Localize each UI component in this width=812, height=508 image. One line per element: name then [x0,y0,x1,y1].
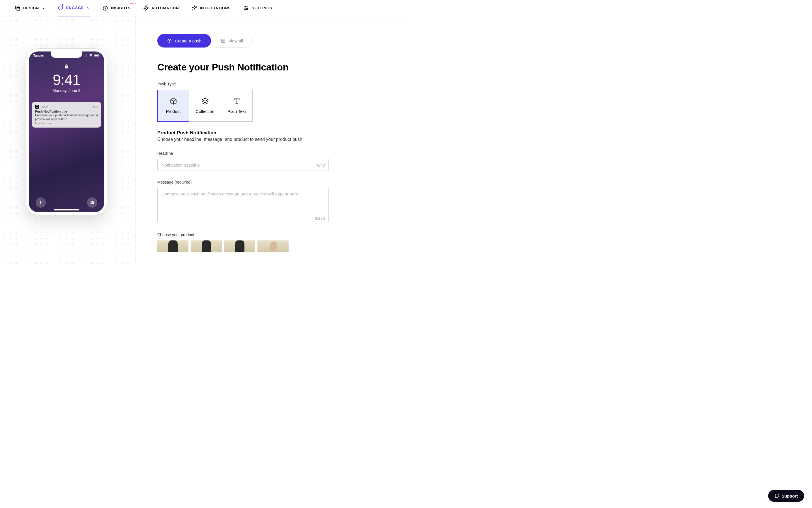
design-icon [15,5,21,11]
type-label: Plain Text [228,109,246,114]
nav-label: Insights [111,6,130,10]
headline-counter: 0/40 [317,163,325,167]
message-input[interactable] [157,188,329,222]
svg-point-5 [196,6,196,7]
svg-rect-16 [87,54,87,57]
beta-badge: BETA [130,2,136,5]
product-thumb[interactable] [257,241,289,252]
svg-point-6 [192,10,193,10]
nav-settings[interactable]: Settings [243,0,273,16]
text-icon [233,97,241,105]
top-nav: Design Engage Insights BETA Automation I… [0,0,406,16]
svg-rect-14 [85,55,85,57]
flashlight-button [36,198,46,208]
notif-title: Push Notification title [35,110,98,113]
camera-button [87,198,97,208]
notif-app-icon [35,104,39,109]
svg-rect-15 [86,54,86,57]
button-label: View all [228,38,243,43]
button-label: Create a push [175,38,201,43]
main-content: Create a push View all Create your Push … [136,16,406,264]
svg-rect-26 [221,39,225,43]
lock-icon [64,64,69,70]
svg-point-11 [246,8,247,8]
lockscreen-time: 9:41 [29,73,104,87]
notif-press-more: Press for more [35,122,98,125]
view-all-button[interactable]: View all [209,34,253,47]
camera-icon [90,201,94,205]
phone-screen: Tapcart 9:41 Monday, June 3 LSKD [29,51,104,212]
layers-icon [201,97,209,105]
type-product[interactable]: Product [157,90,189,122]
home-indicator [54,209,79,210]
chevron-down-icon [87,6,90,10]
nav-label: Automation [152,6,179,10]
notif-app-name: LSKD [41,105,91,108]
type-label: Product [166,109,181,114]
svg-point-12 [245,9,246,10]
integrations-icon [192,5,197,11]
preview-panel: Tapcart 9:41 Monday, June 3 LSKD [0,16,136,264]
notif-timestamp: now [93,105,98,108]
carrier-label: Tapcart [33,54,44,57]
push-type-selector: Product Collection Plain Text [157,90,372,122]
notification-preview: LSKD now Push Notification title Compose… [32,102,101,128]
engage-icon [58,5,64,11]
nav-integrations[interactable]: Integrations [192,0,231,16]
svg-rect-19 [99,55,99,56]
type-plaintext[interactable]: Plain Text [221,90,253,122]
product-thumb[interactable] [191,241,222,252]
svg-point-10 [245,6,246,7]
svg-marker-4 [144,6,148,10]
nav-engage[interactable]: Engage [58,0,90,16]
calendar-check-icon [221,38,226,43]
product-thumb[interactable] [224,241,255,252]
box-icon [170,97,177,105]
svg-point-25 [169,40,170,41]
section-description: Choose your headline, message, and produ… [157,137,372,142]
product-list [157,241,372,252]
signal-icon [84,54,88,57]
flashlight-icon [39,201,43,205]
phone-mockup: Tapcart 9:41 Monday, June 3 LSKD [26,49,107,215]
status-icons [84,54,99,57]
nav-label: Integrations [200,6,231,10]
section-title: Product Push Notification [157,130,372,136]
lock-screen: 9:41 Monday, June 3 [29,64,104,93]
notification-dot [62,4,64,6]
message-counter: 0/178 [315,216,325,221]
nav-label: Engage [66,6,84,10]
automation-icon [143,5,149,11]
nav-label: Settings [252,6,273,10]
headline-label: Headline [157,151,372,156]
create-push-button[interactable]: Create a push [157,34,211,47]
page-title: Create your Push Notification [157,62,372,73]
product-thumb[interactable] [157,241,189,252]
battery-icon [94,54,99,57]
push-type-label: Push Type [157,82,372,86]
action-pills: Create a push View all [157,34,372,47]
phone-notch [51,51,82,58]
headline-input[interactable] [157,159,329,171]
nav-insights[interactable]: Insights BETA [103,0,130,16]
wifi-icon [89,54,93,57]
type-collection[interactable]: Collection [189,90,221,122]
nav-label: Design [23,6,39,10]
type-label: Collection [196,109,214,114]
nav-automation[interactable]: Automation [143,0,179,16]
nav-design[interactable]: Design [15,0,45,16]
svg-rect-20 [65,66,68,69]
chevron-down-icon [42,6,45,10]
svg-rect-23 [92,201,93,202]
target-icon [167,38,172,43]
notif-body: Compose your push notification message a… [35,114,98,121]
settings-icon [243,5,249,11]
lockscreen-date: Monday, June 3 [29,88,104,93]
svg-marker-28 [202,98,208,101]
choose-product-label: Choose your product [157,232,372,237]
insights-icon [103,5,108,11]
svg-rect-13 [84,56,84,57]
svg-rect-18 [94,55,98,56]
message-label: Message (required) [157,180,372,184]
